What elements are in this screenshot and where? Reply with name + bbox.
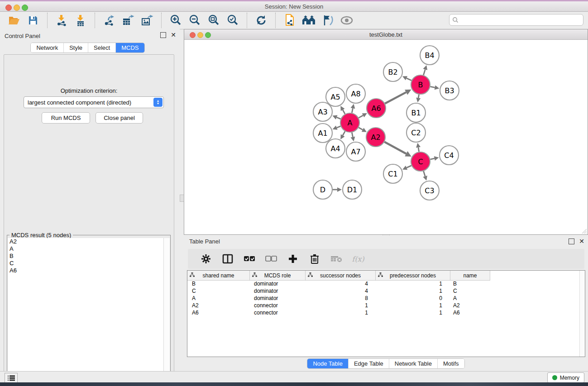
network-window-titlebar[interactable]: testGlobe.txt [184,29,588,40]
network-canvas[interactable]: B4B2BB3A8A5A6A3B1AA1C2A2A4A7C4CC1C3DD1 [184,40,588,234]
tab-network[interactable]: Network [31,43,63,52]
deselect-all-icon[interactable] [264,252,278,266]
node-table: shared nameMCDS rolesuccessor nodesprede… [187,270,585,357]
close-panel-icon[interactable]: ✕ [171,33,176,38]
zoom-selected-icon[interactable] [226,14,239,27]
save-icon[interactable] [26,14,40,27]
graph-edge[interactable] [352,108,353,113]
zoom-fit-icon[interactable] [207,14,220,27]
edge-arrowhead-icon [416,143,421,148]
desktop-wallpaper-strip [0,382,588,386]
open-icon[interactable] [7,14,21,27]
graph-edge[interactable] [430,86,435,87]
float-panel-icon[interactable] [160,32,166,38]
float-table-panel-icon[interactable] [569,238,574,244]
apply-layout-icon[interactable] [254,14,268,27]
column-header-MCDS-role[interactable]: MCDS role [250,271,306,280]
new-network-from-selection-icon[interactable] [283,14,296,27]
graph-edge[interactable] [424,171,425,176]
toolbar-group [247,13,275,28]
graph-edge[interactable] [337,126,341,128]
column-header-shared-name[interactable]: shared name [187,271,250,280]
tab-network-table[interactable]: Network Table [389,359,437,368]
column-header-label: shared name [202,272,234,279]
result-item[interactable]: A2 [8,238,164,245]
node-label: A7 [351,148,360,156]
mcds-result-list[interactable]: A2ABCA6 [8,238,164,386]
column-header-name[interactable]: name [450,271,490,280]
zoom-in-icon[interactable] [169,14,182,27]
settings-gear-icon[interactable] [199,252,213,266]
tab-motifs[interactable]: Motifs [437,359,464,368]
result-item[interactable]: C [8,260,164,267]
network-graph[interactable]: B4B2BB3A8A5A6A3B1AA1C2A2A4A7C4CC1C3DD1 [184,40,587,234]
table-row[interactable]: Adominator80A [187,295,585,302]
window-resize-grip[interactable] [580,227,587,234]
import-table-icon[interactable] [74,14,87,27]
graph-edge[interactable] [343,110,345,114]
table-header-row: shared nameMCDS rolesuccessor nodesprede… [187,271,490,281]
column-header-predecessor-nodes[interactable]: predecessor nodes [376,271,450,280]
graph-edge[interactable] [406,78,411,81]
graph-edge[interactable] [385,92,406,104]
search-field[interactable] [460,15,583,24]
result-item[interactable]: B [8,253,164,260]
edge-arrowhead-icon [423,65,428,70]
graph-edge[interactable] [384,142,406,154]
delete-column-icon[interactable] [308,252,321,266]
table-cell: 4 [305,288,374,294]
run-mcds-button[interactable]: Run MCDS [42,112,90,124]
graph-edge[interactable] [359,115,363,118]
graph-edge[interactable] [352,133,353,137]
export-image-icon[interactable] [140,14,154,27]
tab-node-table[interactable]: Node Table [307,359,348,368]
close-table-panel-icon[interactable]: ✕ [579,239,584,244]
select-all-icon[interactable] [243,252,256,266]
hide-selected-icon[interactable] [321,14,335,27]
toolbar-group [95,13,161,28]
result-scrollbar[interactable] [163,238,170,386]
table-row[interactable]: Bdominator41B [187,280,585,287]
result-item[interactable]: A [8,245,164,253]
tab-select[interactable]: Select [88,43,115,52]
zoom-out-icon[interactable] [188,14,201,27]
tab-style[interactable]: Style [63,43,88,52]
column-header-label: MCDS role [264,272,291,279]
graph-edge[interactable] [337,117,341,119]
import-network-icon[interactable] [55,14,68,27]
graph-edge[interactable] [418,148,419,152]
network-title: testGlobe.txt [184,31,588,38]
add-column-icon[interactable] [286,252,300,266]
tab-mcds[interactable]: MCDS [115,43,144,52]
table-row[interactable]: A2connector11A2 [187,302,585,309]
node-label: C [418,157,423,166]
table-scrollbar[interactable] [579,271,585,357]
memory-button[interactable]: Memory [547,372,584,383]
graph-edge[interactable] [343,131,345,135]
graph-edge[interactable] [423,70,425,75]
shared-column-icon [252,272,257,279]
optimization-criterion-select[interactable]: largest connected component (directed) ▲… [24,96,164,108]
table-row[interactable]: Cdominator41C [187,287,585,295]
graph-edge[interactable] [359,128,363,130]
toolbar-group [0,13,47,28]
graph-edge[interactable] [418,95,419,98]
export-network-icon[interactable] [102,14,116,27]
column-header-successor-nodes[interactable]: successor nodes [306,271,376,280]
close-panel-button[interactable]: Close panel [96,112,143,124]
export-table-icon[interactable] [121,14,135,27]
edge-arrowhead-icon [416,98,421,103]
result-item[interactable]: A6 [8,267,164,274]
first-neighbors-icon[interactable] [302,14,316,27]
graph-edge[interactable] [430,158,434,159]
task-history-button[interactable] [5,373,18,383]
show-all-icon[interactable] [340,14,354,27]
column-header-label: successor nodes [320,272,361,279]
graph-edge[interactable] [406,166,411,168]
column-layout-icon[interactable] [221,252,234,266]
tab-edge-table[interactable]: Edge Table [348,359,389,368]
toolbar-group [47,13,95,28]
search-input[interactable] [449,14,583,26]
table-row[interactable]: A6connector11A6 [187,309,585,316]
shared-column-icon [190,272,195,279]
